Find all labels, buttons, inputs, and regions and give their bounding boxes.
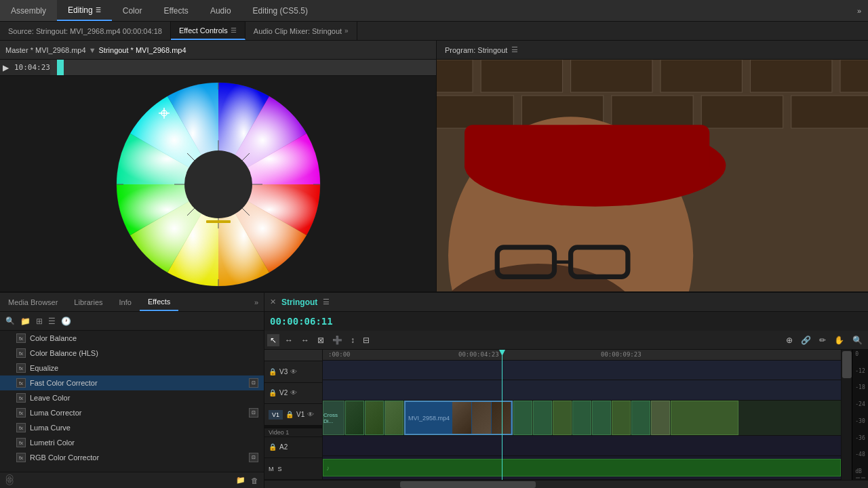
clip-thumb-2-content	[366, 401, 383, 434]
effects-tab[interactable]: Effects	[140, 293, 178, 311]
timeline-current-timecode[interactable]: 00:00:06:11	[270, 316, 333, 327]
effects-grid-icon[interactable]: ⊞	[36, 317, 43, 326]
color-wheel-container[interactable]	[0, 76, 436, 293]
nav-editing[interactable]: Editing ☰	[57, 0, 112, 21]
ripple-edit-tool-button[interactable]: ↔	[298, 334, 312, 346]
nav-effects[interactable]: Effects	[153, 0, 199, 21]
link-selection-button[interactable]: 🔗	[798, 334, 814, 346]
timeline-scrollbar-horizontal[interactable]	[264, 480, 868, 488]
timeline-ruler[interactable]: :00:00 00:00:04:23 00:00:09:23	[323, 350, 841, 361]
effects-clock-icon[interactable]: 🕐	[61, 317, 71, 326]
timeline-menu-icon[interactable]: ☰	[323, 298, 330, 306]
effect-icon-leave-color: fx	[16, 393, 26, 403]
effects-bottom-bar: ◎ 📁 🗑	[0, 472, 264, 488]
nav-more-button[interactable]: »	[850, 7, 868, 15]
scroll-thumb-horizontal[interactable]	[400, 481, 536, 488]
master-clip-name[interactable]: Master * MVI_2968.mp4	[5, 46, 86, 54]
effect-item-equalize[interactable]: fx Equalize	[0, 361, 264, 375]
effect-icon-color-balance: fx	[16, 333, 26, 343]
ec-timeline-bar[interactable]	[50, 60, 436, 75]
effect-item-lumetri-color[interactable]: fx Lumetri Color	[0, 435, 264, 450]
clip-thumb-2[interactable]	[365, 401, 384, 435]
v2-lock-icon[interactable]: 🔒	[269, 389, 277, 396]
zoom-tool-button[interactable]: 🔍	[850, 334, 865, 346]
clip-thumb-1[interactable]	[345, 401, 364, 435]
selected-clip-mvi-2958[interactable]: MVI_2958.mp4	[404, 401, 513, 435]
selection-tool-button[interactable]: ↖	[267, 334, 279, 346]
effect-item-color-balance-hls[interactable]: fx Color Balance (HLS)	[0, 346, 264, 361]
effects-panel-more-button[interactable]: »	[249, 298, 264, 306]
v3-eye-icon[interactable]: 👁	[290, 368, 297, 375]
a2-lock-icon[interactable]: 🔒	[269, 443, 277, 451]
effects-delete-button[interactable]: 🗑	[251, 476, 258, 485]
effects-folder-add-button[interactable]: 📁	[236, 476, 245, 485]
clip-thumb-8[interactable]	[592, 401, 611, 435]
hand-tool-button[interactable]: ✋	[831, 334, 847, 346]
effect-icon-rgb-color-corrector: fx	[16, 453, 26, 462]
pen-tool-button[interactable]: ✏	[816, 334, 829, 346]
audio-clip-mixer-tab[interactable]: Audio Clip Mixer: Stringout »	[245, 22, 357, 40]
program-menu-icon[interactable]: ☰	[511, 45, 518, 54]
add-edit-button[interactable]: ➕	[330, 334, 345, 346]
color-wheel-svg[interactable]	[110, 76, 327, 293]
clip-thumb-3[interactable]	[384, 401, 403, 435]
effect-item-leave-color[interactable]: fx Leave Color	[0, 390, 264, 405]
effect-item-fast-color-corrector[interactable]: fx Fast Color Corrector ⊡	[0, 375, 264, 390]
v2-eye-icon[interactable]: 👁	[290, 389, 297, 396]
clip-thumb-11[interactable]	[651, 401, 670, 435]
slip-tool-button[interactable]: ↕	[348, 334, 357, 346]
effect-icon-luma-corrector: fx	[16, 408, 26, 418]
nav-audio[interactable]: Audio	[199, 0, 242, 21]
media-browser-tab[interactable]: Media Browser	[0, 293, 66, 311]
audio-clip-bar[interactable]: ♪	[323, 459, 841, 476]
effects-list-icon[interactable]: ☰	[48, 317, 56, 326]
effect-controls-menu-icon[interactable]: ☰	[231, 26, 237, 34]
clip-thumb-9[interactable]	[612, 401, 631, 435]
clip-thumb-4[interactable]	[513, 401, 532, 435]
effect-item-luma-curve[interactable]: fx Luma Curve	[0, 420, 264, 435]
nav-assembly[interactable]: Assembly	[0, 0, 57, 21]
nav-editing-cs55[interactable]: Editing (CS5.5)	[242, 0, 319, 21]
level-30: -30	[855, 418, 865, 424]
editing-menu-icon: ☰	[96, 7, 101, 14]
ec-playhead[interactable]	[57, 60, 64, 75]
info-tab[interactable]: Info	[111, 293, 140, 311]
nav-color[interactable]: Color	[112, 0, 153, 21]
timeline-close-button[interactable]: ✕	[270, 298, 276, 306]
v3-lock-icon[interactable]: 🔒	[269, 368, 277, 375]
track-a2-row[interactable]	[323, 436, 841, 456]
libraries-tab[interactable]: Libraries	[66, 293, 111, 311]
svg-rect-29	[840, 60, 868, 92]
track-v1-row[interactable]: Cross Di... MVI_2958.mp4	[323, 401, 841, 436]
timeline-scrollbar-vertical[interactable]	[841, 350, 852, 480]
effects-folder-icon[interactable]: 📁	[20, 317, 31, 326]
slide-tool-button[interactable]: ⊟	[360, 334, 372, 346]
timeline-toolbar: ↖ ↔ ↔ ⊠ ➕ ↕ ⊟ ⊕ 🔗 ✏ ✋ 🔍	[264, 331, 868, 350]
zoom-to-sequence-button[interactable]: ⊕	[783, 334, 795, 346]
svg-rect-34	[437, 96, 513, 128]
effect-controls-tab[interactable]: Effect Controls ☰	[171, 22, 245, 40]
track-a1-row[interactable]: ♪	[323, 456, 841, 480]
clip-thumb-7[interactable]	[572, 401, 591, 435]
rolling-edit-tool-button[interactable]: ⊠	[315, 334, 327, 346]
v1-lock-icon[interactable]: 🔒	[285, 411, 294, 418]
effect-item-luma-corrector[interactable]: fx Luma Corrector ⊡	[0, 405, 264, 420]
levels-labels: 0 -12 -18 -24 -30 -36 -48 dB	[855, 350, 865, 476]
track-select-tool-button[interactable]: ↔	[282, 334, 296, 346]
track-v2-row[interactable]	[323, 380, 841, 401]
clip-thumb-5[interactable]	[533, 401, 552, 435]
track-v3-row[interactable]	[323, 361, 841, 381]
bottom-corner-icon[interactable]: ◎	[5, 472, 14, 483]
ec-play-button[interactable]: ▶	[3, 63, 9, 73]
audio-mixer-menu-icon: »	[344, 27, 349, 35]
stringout-clip-name[interactable]: Stringout * MVI_2968.mp4	[99, 46, 186, 54]
clip-thumb-12[interactable]	[671, 401, 738, 435]
effect-item-color-balance[interactable]: fx Color Balance	[0, 331, 264, 346]
clip-thumb-10[interactable]	[631, 401, 650, 435]
track-content[interactable]: :00:00 00:00:04:23 00:00:09:23 Cross Di.…	[323, 350, 841, 480]
effect-item-rgb-color-corrector[interactable]: fx RGB Color Corrector ⊡	[0, 450, 264, 465]
v1-eye-icon[interactable]: 👁	[307, 411, 314, 418]
cross-dissolve-clip[interactable]: Cross Di...	[323, 401, 344, 435]
scroll-thumb-vertical[interactable]	[842, 351, 852, 378]
clip-thumb-6[interactable]	[553, 401, 572, 435]
